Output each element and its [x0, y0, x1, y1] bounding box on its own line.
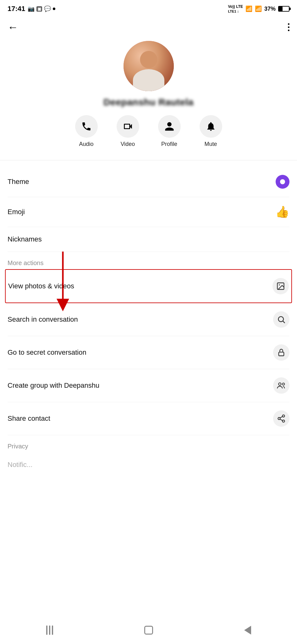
secret-conversation-menu-item[interactable]: Go to secret conversation — [8, 336, 289, 369]
search-label: Search in conversation — [8, 315, 78, 324]
svg-point-1 — [279, 284, 280, 286]
svg-point-7 — [278, 418, 280, 420]
share-icon — [273, 410, 289, 427]
privacy-header: Privacy — [8, 435, 289, 452]
messenger-icon: 💬 — [44, 5, 51, 12]
notifications-menu-item[interactable]: Notific... — [8, 452, 289, 477]
battery-percent: 37% — [264, 6, 276, 12]
theme-inner-circle — [280, 179, 285, 184]
secret-label: Go to secret conversation — [8, 348, 86, 357]
home-nav-button[interactable] — [139, 624, 158, 636]
network-label: Vo)) LTE LTE1 ↕ — [228, 4, 243, 14]
mute-label: Mute — [204, 141, 217, 147]
notifications-label: Notific... — [8, 461, 32, 469]
recents-icon — [46, 625, 53, 635]
video-label: Video — [121, 141, 135, 147]
more-actions-header: More actions — [8, 252, 289, 269]
magnifier-icon — [277, 315, 286, 324]
back-button[interactable]: ← — [8, 22, 18, 32]
settings-section: Theme Emoji 👍 Nicknames More actions Vie… — [0, 167, 297, 477]
search-icon — [273, 311, 289, 328]
profile-button[interactable]: Profile — [158, 115, 181, 147]
profile-label: Profile — [161, 141, 177, 147]
video-icon-circle — [117, 115, 139, 138]
theme-icon — [276, 175, 289, 189]
status-icons: 📷 ▣ 💬 — [28, 5, 55, 12]
bell-icon — [206, 121, 216, 132]
mute-button[interactable]: Mute — [200, 115, 222, 147]
battery-icon — [278, 6, 289, 12]
svg-point-5 — [282, 383, 284, 385]
emoji-label: Emoji — [8, 208, 25, 216]
nicknames-label: Nicknames — [8, 235, 42, 243]
lock-icon — [273, 344, 289, 361]
share-contact-label: Share contact — [8, 414, 50, 423]
share-symbol-icon — [277, 414, 286, 423]
audio-button[interactable]: Audio — [75, 115, 98, 147]
nicknames-menu-item[interactable]: Nicknames — [8, 227, 289, 252]
image-icon — [276, 282, 285, 291]
camera-icon: 📷 — [28, 5, 35, 12]
search-menu-item[interactable]: Search in conversation — [8, 303, 289, 336]
vault-icon: ▣ — [36, 6, 42, 12]
mute-icon-circle — [200, 115, 222, 138]
back-icon — [244, 626, 251, 635]
nav-line-3 — [52, 625, 53, 635]
person-icon — [164, 121, 175, 132]
status-right-icons: Vo)) LTE LTE1 ↕ 📶 📶 37% — [228, 4, 289, 14]
more-options-button[interactable] — [288, 23, 289, 31]
nav-line-1 — [46, 625, 47, 635]
photos-icon — [272, 278, 289, 294]
profile-icon-circle — [158, 115, 181, 138]
status-time: 17:41 📷 ▣ 💬 — [8, 5, 55, 13]
theme-label: Theme — [8, 178, 29, 186]
create-group-label: Create group with Deepanshu — [8, 381, 99, 390]
dot-1 — [288, 23, 289, 25]
avatar-image — [124, 41, 174, 91]
back-nav-button[interactable] — [238, 624, 257, 636]
avatar[interactable] — [124, 41, 174, 91]
view-photos-label: View photos & videos — [8, 282, 74, 290]
svg-point-6 — [283, 415, 285, 417]
signal-bars: 📶 — [245, 5, 252, 12]
dot-2 — [288, 26, 289, 28]
recents-nav-button[interactable] — [40, 624, 59, 636]
share-contact-menu-item[interactable]: Share contact — [8, 402, 289, 435]
emoji-menu-item[interactable]: Emoji 👍 — [8, 197, 289, 227]
dot-3 — [288, 30, 289, 31]
divider-1 — [0, 160, 297, 160]
bottom-nav — [0, 619, 297, 644]
profile-section: Deepanshu Rautela Audio Video — [0, 38, 297, 154]
home-icon — [144, 626, 153, 635]
time-display: 17:41 — [8, 5, 25, 13]
theme-menu-item[interactable]: Theme — [8, 167, 289, 197]
video-camera-icon — [123, 121, 133, 132]
top-nav: ← — [0, 16, 297, 38]
status-bar: 17:41 📷 ▣ 💬 Vo)) LTE LTE1 ↕ 📶 📶 37% — [0, 0, 297, 16]
view-photos-menu-item[interactable]: View photos & videos — [5, 269, 292, 303]
padlock-icon — [277, 348, 286, 357]
phone-icon — [81, 121, 92, 132]
battery-fill — [279, 7, 283, 11]
signal-bars-2: 📶 — [255, 5, 262, 12]
action-buttons: Audio Video Profile Mut — [69, 115, 228, 147]
audio-icon-circle — [75, 115, 98, 138]
svg-rect-3 — [279, 352, 284, 356]
people-icon — [277, 381, 286, 390]
audio-label: Audio — [79, 141, 93, 147]
group-icon — [273, 377, 289, 394]
nav-line-2 — [49, 625, 50, 635]
notification-dot — [53, 8, 55, 10]
svg-point-4 — [278, 383, 281, 385]
create-group-menu-item[interactable]: Create group with Deepanshu — [8, 369, 289, 402]
contact-name: Deepanshu Rautela — [103, 97, 194, 108]
svg-point-8 — [283, 420, 285, 422]
emoji-thumbs-up-icon: 👍 — [275, 205, 289, 219]
video-button[interactable]: Video — [117, 115, 139, 147]
